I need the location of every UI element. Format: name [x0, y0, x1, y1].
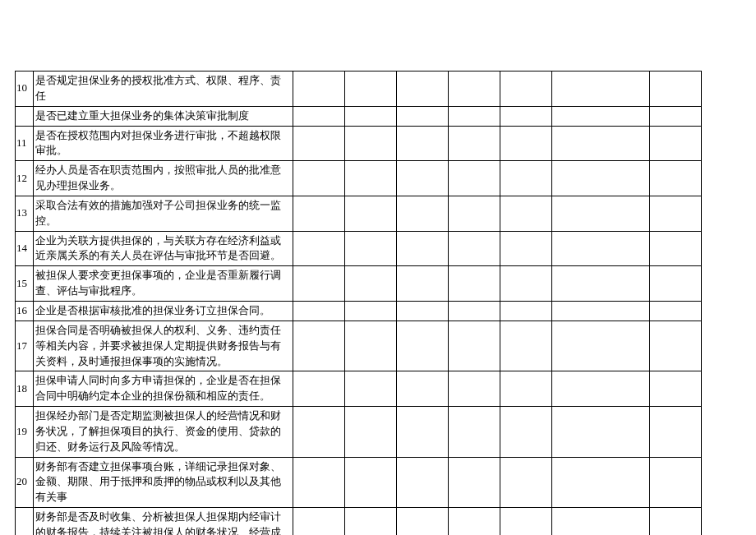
empty-cell	[500, 301, 552, 321]
empty-cell	[397, 231, 449, 266]
empty-cell	[449, 266, 500, 302]
row-description: 采取合法有效的措施加强对子公司担保业务的统一监控。	[34, 196, 293, 231]
row-description: 是否规定担保业务的授权批准方式、权限、程序、责任	[34, 71, 293, 107]
row-description: 被担保人要求变更担保事项的，企业是否重新履行调查、评估与审批程序。	[34, 266, 293, 302]
row-number: 11	[16, 126, 34, 161]
empty-cell	[500, 71, 552, 107]
empty-cell	[650, 161, 702, 196]
empty-cell	[552, 301, 650, 321]
empty-cell	[552, 457, 650, 508]
empty-cell	[650, 301, 702, 321]
empty-cell	[345, 508, 397, 535]
empty-cell	[500, 407, 552, 458]
empty-cell	[650, 196, 702, 231]
empty-cell	[449, 321, 500, 371]
empty-cell	[650, 407, 702, 458]
row-number: 12	[16, 161, 34, 196]
empty-cell	[449, 231, 500, 266]
table-row: 18担保申请人同时向多方申请担保的，企业是否在担保合同中明确约定本企业的担保份额…	[16, 371, 702, 407]
empty-cell	[500, 231, 552, 266]
empty-cell	[500, 196, 552, 231]
empty-cell	[650, 71, 702, 107]
empty-cell	[397, 407, 449, 458]
checklist-table: 10是否规定担保业务的授权批准方式、权限、程序、责任是否已建立重大担保业务的集体…	[15, 71, 702, 535]
table-row: 21财务部是否及时收集、分析被担保人担保期内经审计的财务报告，持续关注被担保人的…	[16, 508, 702, 535]
empty-cell	[345, 106, 397, 126]
empty-cell	[650, 321, 702, 371]
empty-cell	[500, 508, 552, 535]
table-row: 19担保经办部门是否定期监测被担保人的经营情况和财务状况，了解担保项目的执行、资…	[16, 407, 702, 458]
row-description: 担保经办部门是否定期监测被担保人的经营情况和财务状况，了解担保项目的执行、资金的…	[34, 407, 293, 458]
empty-cell	[552, 266, 650, 302]
empty-cell	[449, 126, 500, 161]
empty-cell	[293, 407, 345, 458]
row-description: 担保申请人同时向多方申请担保的，企业是否在担保合同中明确约定本企业的担保份额和相…	[34, 371, 293, 407]
empty-cell	[345, 266, 397, 302]
row-number: 18	[16, 371, 34, 407]
empty-cell	[345, 231, 397, 266]
row-description: 财务部有否建立担保事项台账，详细记录担保对象、金额、期限、用于抵押和质押的物品或…	[34, 457, 293, 508]
document-page: 10是否规定担保业务的授权批准方式、权限、程序、责任是否已建立重大担保业务的集体…	[0, 0, 756, 535]
empty-cell	[397, 126, 449, 161]
empty-cell	[293, 266, 345, 302]
empty-cell	[650, 508, 702, 535]
table-row: 是否已建立重大担保业务的集体决策审批制度	[16, 106, 702, 126]
empty-cell	[500, 266, 552, 302]
empty-cell	[397, 301, 449, 321]
empty-cell	[552, 371, 650, 407]
empty-cell	[293, 231, 345, 266]
empty-cell	[552, 106, 650, 126]
empty-cell	[293, 106, 345, 126]
table-row: 17担保合同是否明确被担保人的权利、义务、违约责任等相关内容，并要求被担保人定期…	[16, 321, 702, 371]
empty-cell	[397, 161, 449, 196]
table-row: 16企业是否根据审核批准的担保业务订立担保合同。	[16, 301, 702, 321]
row-number	[16, 106, 34, 126]
empty-cell	[293, 196, 345, 231]
empty-cell	[397, 266, 449, 302]
empty-cell	[552, 71, 650, 107]
row-description: 企业为关联方提供担保的，与关联方存在经济利益或近亲属关系的有关人员在评估与审批环…	[34, 231, 293, 266]
table-row: 13采取合法有效的措施加强对子公司担保业务的统一监控。	[16, 196, 702, 231]
empty-cell	[650, 231, 702, 266]
row-number: 21	[16, 508, 34, 535]
empty-cell	[345, 457, 397, 508]
row-number: 13	[16, 196, 34, 231]
empty-cell	[552, 407, 650, 458]
empty-cell	[293, 301, 345, 321]
empty-cell	[449, 407, 500, 458]
empty-cell	[345, 126, 397, 161]
row-number: 20	[16, 457, 34, 508]
table-row: 11是否在授权范围内对担保业务进行审批，不超越权限审批。	[16, 126, 702, 161]
row-number: 10	[16, 71, 34, 107]
empty-cell	[449, 508, 500, 535]
row-description: 是否在授权范围内对担保业务进行审批，不超越权限审批。	[34, 126, 293, 161]
empty-cell	[552, 126, 650, 161]
empty-cell	[500, 126, 552, 161]
empty-cell	[552, 231, 650, 266]
row-number: 15	[16, 266, 34, 302]
empty-cell	[397, 196, 449, 231]
table-row: 12经办人员是否在职责范围内，按照审批人员的批准意见办理担保业务。	[16, 161, 702, 196]
empty-cell	[345, 71, 397, 107]
empty-cell	[650, 457, 702, 508]
empty-cell	[293, 371, 345, 407]
empty-cell	[650, 106, 702, 126]
empty-cell	[293, 508, 345, 535]
empty-cell	[397, 71, 449, 107]
empty-cell	[345, 301, 397, 321]
empty-cell	[449, 371, 500, 407]
empty-cell	[293, 71, 345, 107]
empty-cell	[552, 161, 650, 196]
empty-cell	[293, 457, 345, 508]
empty-cell	[650, 266, 702, 302]
row-description: 担保合同是否明确被担保人的权利、义务、违约责任等相关内容，并要求被担保人定期提供…	[34, 321, 293, 371]
empty-cell	[397, 508, 449, 535]
empty-cell	[500, 161, 552, 196]
empty-cell	[345, 161, 397, 196]
row-description: 是否已建立重大担保业务的集体决策审批制度	[34, 106, 293, 126]
row-description: 企业是否根据审核批准的担保业务订立担保合同。	[34, 301, 293, 321]
empty-cell	[345, 196, 397, 231]
empty-cell	[449, 161, 500, 196]
empty-cell	[500, 106, 552, 126]
empty-cell	[345, 321, 397, 371]
